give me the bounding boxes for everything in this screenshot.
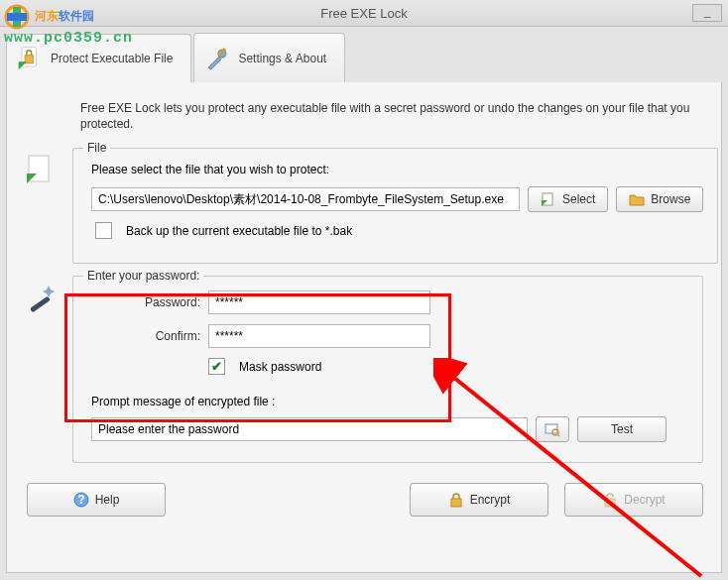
help-label: Help <box>95 493 120 507</box>
password-groupbox: Enter your password: Password: Confirm: … <box>72 276 703 463</box>
mask-password-label: Mask password <box>239 360 321 374</box>
description-text: Free EXE Lock lets you protect any execu… <box>80 100 697 132</box>
test-label: Test <box>611 422 633 436</box>
decrypt-label: Decrypt <box>624 493 665 507</box>
bottom-button-bar: ? Help Encrypt Decrypt <box>25 483 703 517</box>
encrypt-label: Encrypt <box>470 493 511 507</box>
svg-rect-18 <box>605 499 615 507</box>
document-icon <box>25 154 57 185</box>
window-title: Free EXE Lock <box>320 0 407 27</box>
minimize-button[interactable]: _ <box>692 4 722 22</box>
tab-protect-label: Protect Executable File <box>51 52 173 65</box>
folder-icon <box>629 191 645 207</box>
backup-checkbox[interactable] <box>95 222 112 239</box>
backup-label: Back up the current executable file to *… <box>126 224 352 238</box>
file-groupbox: File Please select the file that you wis… <box>72 148 718 264</box>
select-button[interactable]: Select <box>528 186 608 212</box>
select-file-icon <box>541 191 556 207</box>
password-label: Password: <box>91 295 200 309</box>
wrench-screwdriver-icon <box>204 46 230 71</box>
tab-strip: Protect Executable File Settings & About <box>0 27 728 82</box>
prompt-input[interactable] <box>91 417 528 441</box>
file-instruction: Please select the file that you wish to … <box>91 163 703 176</box>
help-button[interactable]: ? Help <box>27 483 166 517</box>
browse-label: Browse <box>651 192 690 206</box>
select-label: Select <box>562 192 595 206</box>
tab-settings-about[interactable]: Settings & About <box>193 33 345 82</box>
prompt-label: Prompt message of encrypted file : <box>91 395 688 408</box>
decrypt-button[interactable]: Decrypt <box>564 483 703 517</box>
password-input[interactable] <box>208 290 430 314</box>
magic-wand-icon <box>25 282 57 313</box>
lock-open-icon <box>602 492 618 508</box>
tab-protect-executable[interactable]: Protect Executable File <box>6 34 191 83</box>
title-bar: Free EXE Lock _ <box>0 0 728 27</box>
encrypt-button[interactable]: Encrypt <box>410 483 548 517</box>
test-button[interactable]: Test <box>577 416 667 442</box>
svg-text:?: ? <box>77 493 84 507</box>
shield-lock-icon <box>17 46 43 71</box>
file-legend: File <box>83 141 110 155</box>
svg-rect-11 <box>30 296 51 313</box>
help-icon: ? <box>73 492 89 508</box>
tab-settings-label: Settings & About <box>238 52 326 65</box>
mask-password-checkbox[interactable] <box>208 358 225 375</box>
password-legend: Enter your password: <box>83 269 203 283</box>
prompt-preview-button[interactable] <box>536 416 569 442</box>
lock-closed-icon <box>448 492 464 508</box>
browse-button[interactable]: Browse <box>616 186 703 212</box>
main-panel: Free EXE Lock lets you protect any execu… <box>6 82 722 573</box>
file-path-input[interactable] <box>91 187 520 211</box>
confirm-label: Confirm: <box>91 329 200 343</box>
svg-rect-17 <box>451 499 461 507</box>
svg-line-14 <box>557 434 559 436</box>
preview-icon <box>545 421 560 437</box>
confirm-input[interactable] <box>208 324 430 348</box>
